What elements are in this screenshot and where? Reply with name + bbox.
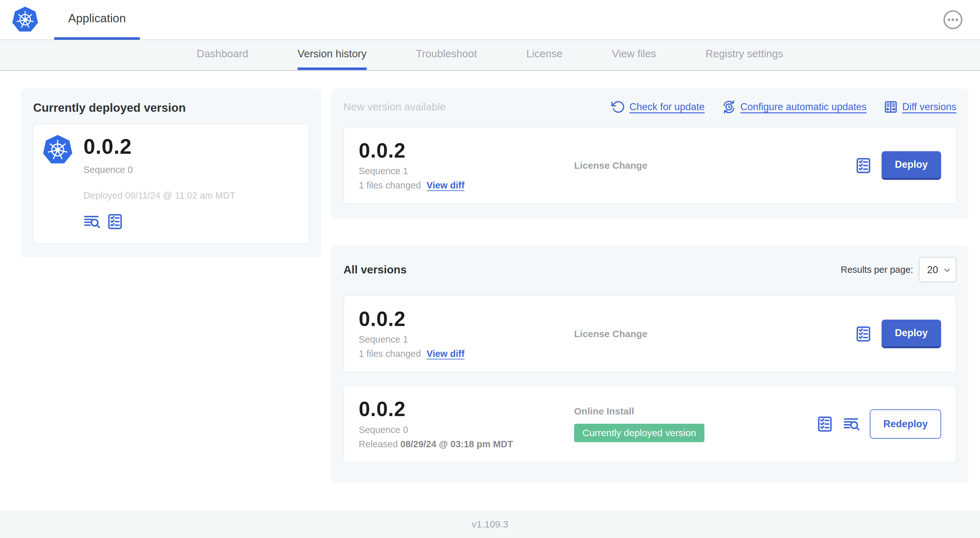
ellipsis-circle-icon bbox=[942, 9, 963, 30]
new-version-panel: New version available Check for update bbox=[331, 89, 969, 219]
update-actions: Check for update Configure automatic upd… bbox=[611, 100, 956, 114]
version-sequence: Sequence 1 bbox=[359, 166, 574, 176]
files-changed-row: 1 files changed View diff bbox=[359, 180, 574, 191]
view-logs-button[interactable] bbox=[843, 416, 860, 433]
results-per-page-select-wrap: 20 bbox=[919, 257, 956, 282]
version-source: Online Install bbox=[574, 406, 816, 417]
new-version-header: New version available Check for update bbox=[344, 100, 956, 114]
app-footer: v1.109.3 bbox=[0, 510, 980, 538]
files-changed-label: 1 files changed bbox=[359, 349, 421, 359]
version-sequence: Sequence 1 bbox=[359, 334, 574, 345]
all-versions-header: All versions Results per page: 20 bbox=[344, 257, 956, 282]
tab-troubleshoot[interactable]: Troubleshoot bbox=[416, 40, 477, 70]
released-timestamp: Released08/29/24 @ 03:18 pm MDT bbox=[359, 439, 574, 449]
version-info: 0.0.2 Sequence 0 Released08/29/24 @ 03:1… bbox=[359, 398, 574, 449]
view-diff-link[interactable]: View diff bbox=[426, 180, 465, 191]
tab-version-history[interactable]: Version history bbox=[298, 40, 366, 70]
version-actions: Deploy bbox=[855, 320, 941, 348]
app-header: Application bbox=[0, 0, 980, 40]
app-tab-application[interactable]: Application bbox=[54, 0, 140, 40]
preflight-checks-button[interactable] bbox=[855, 325, 872, 343]
diff-versions-link[interactable]: Diff versions bbox=[884, 100, 956, 114]
version-actions: Deploy bbox=[855, 151, 941, 180]
new-version-title: New version available bbox=[344, 101, 446, 113]
version-number: 0.0.2 bbox=[359, 140, 574, 161]
preflight-checks-button[interactable] bbox=[816, 416, 834, 433]
checklist-icon bbox=[855, 325, 872, 343]
rotate-ccw-icon bbox=[611, 100, 625, 114]
deploy-button[interactable]: Deploy bbox=[881, 151, 941, 180]
tab-registry-settings[interactable]: Registry settings bbox=[705, 40, 783, 70]
check-for-update-link[interactable]: Check for update bbox=[611, 100, 705, 114]
kubernetes-logo-icon bbox=[11, 6, 39, 33]
version-actions: Redeploy bbox=[816, 409, 941, 439]
released-date: 08/29/24 @ 03:18 pm MDT bbox=[401, 439, 513, 449]
preflight-checks-button[interactable] bbox=[855, 157, 872, 174]
deployed-timestamp: Deployed 09/11/24 @ 11:02 am MDT bbox=[83, 190, 299, 201]
version-source-block: Online Install Currently deployed versio… bbox=[574, 406, 816, 442]
lines-magnifier-icon bbox=[83, 213, 101, 230]
currently-deployed-badge: Currently deployed version bbox=[574, 424, 705, 442]
currently-deployed-card: 0.0.2 Sequence 0 Deployed 09/11/24 @ 11:… bbox=[33, 124, 309, 244]
diff-columns-icon bbox=[884, 100, 898, 114]
tab-license[interactable]: License bbox=[526, 40, 563, 70]
version-number: 0.0.2 bbox=[359, 308, 574, 330]
deployed-actions bbox=[83, 213, 299, 230]
all-versions-title: All versions bbox=[344, 263, 407, 276]
version-row: 0.0.2 Sequence 1 1 files changed View di… bbox=[344, 295, 956, 373]
results-per-page-label: Results per page: bbox=[841, 265, 913, 275]
version-source: License Change bbox=[574, 160, 855, 171]
currently-deployed-panel: Currently deployed version bbox=[21, 89, 321, 257]
clock-refresh-icon bbox=[722, 100, 736, 114]
left-column: Currently deployed version bbox=[21, 89, 321, 257]
configure-automatic-updates-link[interactable]: Configure automatic updates bbox=[722, 100, 867, 114]
version-info: 0.0.2 Sequence 1 1 files changed View di… bbox=[359, 308, 574, 359]
right-column: New version available Check for update bbox=[331, 89, 969, 483]
new-version-card: 0.0.2 Sequence 1 1 files changed View di… bbox=[344, 127, 956, 204]
checklist-icon bbox=[816, 416, 834, 433]
results-per-page-select[interactable]: 20 bbox=[920, 257, 956, 282]
app-nav: Dashboard Version history Troubleshoot L… bbox=[0, 40, 980, 71]
deployed-sequence: Sequence 0 bbox=[83, 165, 299, 175]
more-menu-button[interactable] bbox=[942, 9, 963, 30]
lines-magnifier-icon bbox=[843, 416, 860, 433]
version-sequence: Sequence 0 bbox=[359, 425, 574, 435]
files-changed-row: 1 files changed View diff bbox=[359, 349, 574, 359]
tab-dashboard[interactable]: Dashboard bbox=[197, 40, 248, 70]
view-logs-button[interactable] bbox=[83, 213, 101, 230]
view-preflight-checks-button[interactable] bbox=[107, 213, 124, 230]
main-content: Currently deployed version bbox=[0, 71, 980, 510]
deploy-button[interactable]: Deploy bbox=[881, 320, 941, 348]
tab-view-files[interactable]: View files bbox=[612, 40, 656, 70]
deployed-version-number: 0.0.2 bbox=[83, 136, 299, 157]
version-number: 0.0.2 bbox=[359, 398, 574, 420]
kubernetes-app-icon bbox=[42, 134, 73, 165]
app-title: Application bbox=[68, 12, 126, 25]
console-version: v1.109.3 bbox=[471, 519, 508, 530]
version-source: License Change bbox=[574, 329, 855, 340]
version-row: 0.0.2 Sequence 0 Released08/29/24 @ 03:1… bbox=[344, 385, 956, 463]
version-info: 0.0.2 Sequence 1 1 files changed View di… bbox=[359, 140, 574, 191]
checklist-icon bbox=[107, 213, 124, 230]
checklist-icon bbox=[855, 157, 872, 174]
files-changed-label: 1 files changed bbox=[359, 180, 421, 191]
all-versions-panel: All versions Results per page: 20 bbox=[331, 246, 969, 483]
view-diff-link[interactable]: View diff bbox=[426, 349, 465, 359]
results-per-page: Results per page: 20 bbox=[841, 257, 956, 282]
redeploy-button[interactable]: Redeploy bbox=[870, 409, 941, 439]
released-label: Released bbox=[359, 439, 398, 449]
currently-deployed-title: Currently deployed version bbox=[33, 101, 309, 114]
